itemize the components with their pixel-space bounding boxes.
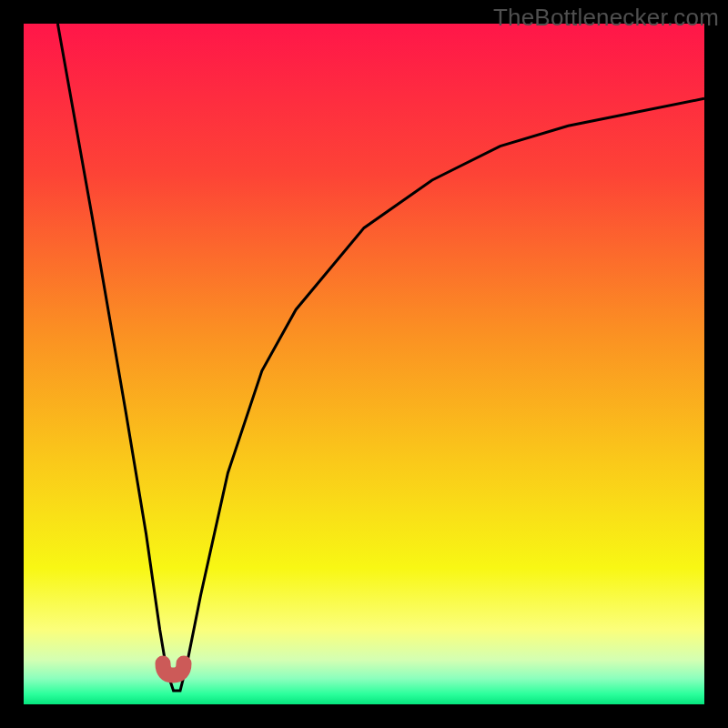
gradient-background	[24, 24, 704, 704]
chart-plot	[24, 24, 704, 704]
chart-container: TheBottlenecker.com	[0, 0, 728, 728]
watermark-text: TheBottlenecker.com	[493, 4, 719, 32]
